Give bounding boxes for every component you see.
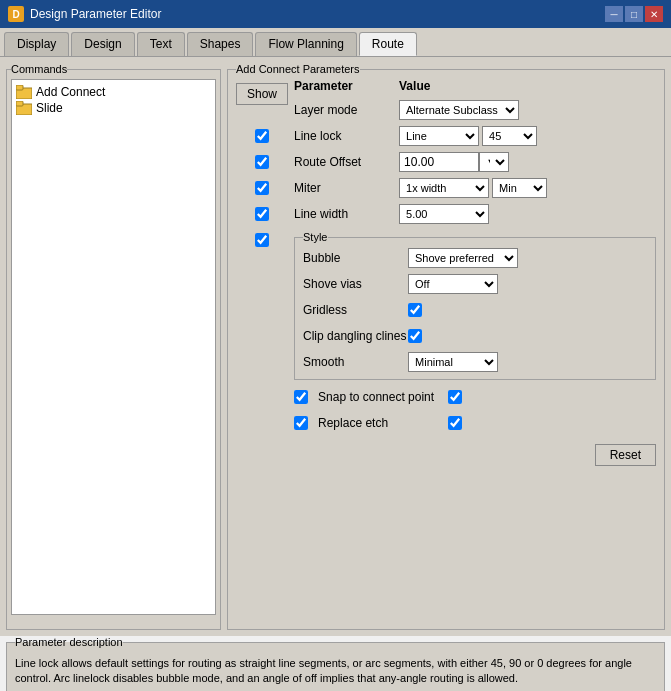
minimize-button[interactable]: ─	[605, 6, 623, 22]
shove-vias-select[interactable]: Off On	[408, 274, 498, 294]
layer-mode-select[interactable]: Alternate Subclass Same Subclass	[399, 100, 519, 120]
bubble-select[interactable]: Shove preferred Hug preferred Off	[408, 248, 518, 268]
snap-checkbox[interactable]	[448, 390, 462, 404]
close-button[interactable]: ✕	[645, 6, 663, 22]
description-label: Parameter description	[15, 636, 123, 648]
value-header: Value	[399, 79, 430, 93]
show-button[interactable]: Show	[236, 83, 288, 105]
tabs-bar: Display Design Text Shapes Flow Planning…	[0, 28, 671, 57]
add-connect-label: Add Connect	[36, 85, 105, 99]
line-lock-select[interactable]: Line Arc	[399, 126, 479, 146]
clip-dangling-label: Clip dangling clines	[303, 329, 408, 343]
line-width-label: Line width	[294, 207, 399, 221]
route-offset-label: Route Offset	[294, 155, 399, 169]
clip-dangling-checkbox[interactable]	[408, 329, 422, 343]
gridless-label: Gridless	[303, 303, 408, 317]
tree-item-add-connect[interactable]: Add Connect	[16, 84, 211, 100]
miter-label: Miter	[294, 181, 399, 195]
folder-icon-slide	[16, 101, 32, 115]
miter-select[interactable]: 1x width 2x width	[399, 178, 489, 198]
add-connect-group-label: Add Connect Parameters	[236, 63, 360, 75]
replace-etch-checkbox[interactable]	[448, 416, 462, 430]
checkbox-miter[interactable]	[255, 207, 269, 221]
line-lock-label: Line lock	[294, 129, 399, 143]
miter-min-select[interactable]: Min Max	[492, 178, 547, 198]
line-lock-angle-select[interactable]: 45 0 90	[482, 126, 537, 146]
route-offset-select[interactable]: ▼	[479, 152, 509, 172]
checkbox-line-width[interactable]	[255, 233, 269, 247]
window-controls: ─ □ ✕	[605, 6, 663, 22]
shove-vias-label: Shove vias	[303, 277, 408, 291]
replace-etch-label: Replace etch	[318, 416, 448, 430]
snap-label: Snap to connect point	[318, 390, 448, 404]
tab-route[interactable]: Route	[359, 32, 417, 56]
checkbox-line-lock[interactable]	[255, 155, 269, 169]
tab-text[interactable]: Text	[137, 32, 185, 56]
slide-label: Slide	[36, 101, 63, 115]
style-group-label: Style	[303, 231, 327, 243]
param-header: Parameter	[294, 79, 399, 93]
tree-item-slide[interactable]: Slide	[16, 100, 211, 116]
tab-display[interactable]: Display	[4, 32, 69, 56]
checkbox-replace-etch[interactable]	[294, 416, 308, 430]
tab-shapes[interactable]: Shapes	[187, 32, 254, 56]
commands-label: Commands	[11, 63, 67, 75]
smooth-select[interactable]: Minimal None Full	[408, 352, 498, 372]
left-panel: Commands Add Connect Slide	[6, 63, 221, 630]
route-offset-input[interactable]	[399, 152, 479, 172]
description-panel: Parameter description Line lock allows d…	[6, 636, 665, 691]
maximize-button[interactable]: □	[625, 6, 643, 22]
smooth-label: Smooth	[303, 355, 408, 369]
folder-icon	[16, 85, 32, 99]
line-width-select[interactable]: 5.00	[399, 204, 489, 224]
checkbox-snap[interactable]	[294, 390, 308, 404]
title-bar: D Design Parameter Editor ─ □ ✕	[0, 0, 671, 28]
window-title: Design Parameter Editor	[30, 7, 161, 21]
right-panel: Add Connect Parameters Show	[227, 63, 665, 630]
tab-design[interactable]: Design	[71, 32, 134, 56]
svg-rect-1	[16, 85, 23, 90]
layer-mode-label: Layer mode	[294, 103, 399, 117]
checkbox-route-offset[interactable]	[255, 181, 269, 195]
svg-rect-3	[16, 101, 23, 106]
reset-button[interactable]: Reset	[595, 444, 656, 466]
bubble-label: Bubble	[303, 251, 408, 265]
gridless-checkbox[interactable]	[408, 303, 422, 317]
app-icon: D	[8, 6, 24, 22]
description-text: Line lock allows default settings for ro…	[15, 656, 656, 687]
checkbox-layer-mode[interactable]	[255, 129, 269, 143]
commands-box: Add Connect Slide	[11, 79, 216, 615]
tab-flow-planning[interactable]: Flow Planning	[255, 32, 356, 56]
